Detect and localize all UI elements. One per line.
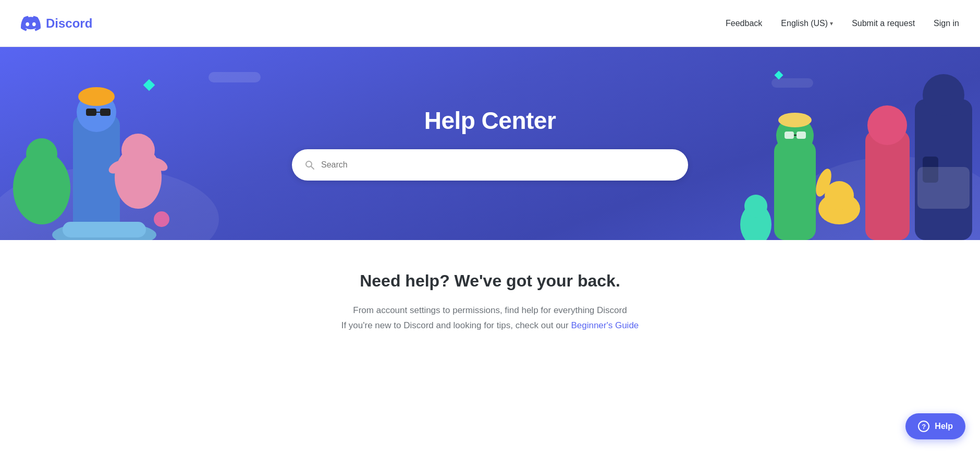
chevron-down-icon: ▾ (830, 20, 833, 27)
svg-point-33 (923, 74, 964, 116)
svg-rect-20 (774, 141, 816, 240)
logo-text: Discord (46, 16, 92, 31)
svg-point-31 (867, 105, 907, 145)
svg-rect-3 (73, 115, 120, 240)
svg-point-13 (121, 134, 155, 167)
submit-request-link[interactable]: Submit a request (852, 19, 915, 28)
svg-rect-35 (917, 167, 970, 209)
svg-point-19 (744, 195, 767, 218)
sign-in-link[interactable]: Sign in (934, 19, 959, 28)
main-description: From account settings to permissions, fi… (21, 303, 959, 333)
hero-section: Help Center (0, 47, 980, 240)
left-illustration (0, 73, 250, 240)
hero-characters-right (730, 73, 980, 240)
hero-content: Help Center (292, 106, 688, 181)
feedback-link[interactable]: Feedback (726, 19, 762, 28)
search-icon (304, 160, 315, 170)
header-nav: Feedback English (US) ▾ Submit a request… (726, 19, 959, 28)
header: Discord Feedback English (US) ▾ Submit a… (0, 0, 980, 47)
logo[interactable]: Discord (21, 14, 92, 33)
language-selector[interactable]: English (US) ▾ (781, 19, 833, 28)
svg-rect-23 (797, 132, 806, 139)
beginners-guide-link[interactable]: Beginner's Guide (571, 320, 639, 330)
search-bar[interactable] (292, 149, 688, 181)
svg-rect-26 (782, 116, 808, 124)
main-tagline: Need help? We've got your back. (21, 271, 959, 291)
svg-rect-6 (82, 91, 111, 103)
svg-rect-22 (785, 132, 794, 139)
right-illustration (730, 73, 980, 240)
hero-characters-left (0, 73, 250, 240)
svg-rect-30 (865, 130, 910, 240)
main-desc-line2: If you're new to Discord and looking for… (21, 318, 959, 333)
main-content: Need help? We've got your back. From acc… (0, 240, 980, 354)
svg-line-37 (311, 166, 314, 169)
search-input[interactable] (321, 160, 676, 170)
svg-point-16 (154, 211, 169, 227)
svg-rect-8 (100, 109, 111, 116)
svg-rect-11 (63, 222, 146, 237)
hero-title: Help Center (424, 106, 556, 135)
svg-rect-7 (86, 109, 96, 116)
language-label: English (US) (781, 19, 828, 28)
main-desc-line1: From account settings to permissions, fi… (21, 303, 959, 318)
svg-point-2 (26, 138, 57, 170)
discord-logo-icon (21, 14, 41, 33)
main-desc-prefix: If you're new to Discord and looking for… (341, 320, 571, 330)
